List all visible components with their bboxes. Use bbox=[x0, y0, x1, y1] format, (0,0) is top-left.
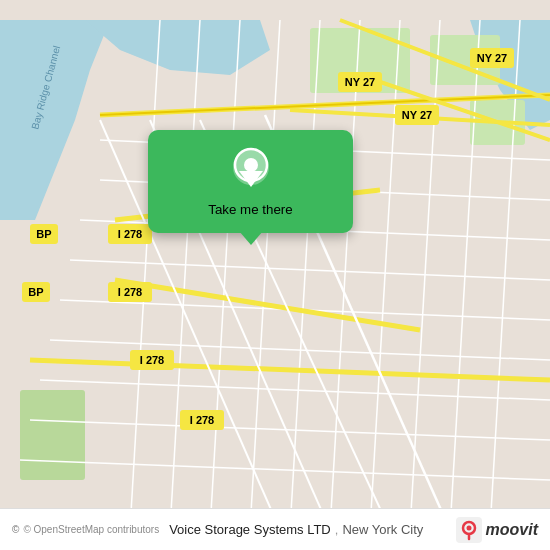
take-me-there-button[interactable]: Take me there bbox=[208, 202, 292, 217]
svg-text:BP: BP bbox=[36, 228, 51, 240]
location-icon-wrapper bbox=[227, 146, 275, 194]
svg-text:NY 27: NY 27 bbox=[402, 109, 432, 121]
place-name: Voice Storage Systems LTD bbox=[169, 522, 331, 537]
svg-text:I 278: I 278 bbox=[190, 414, 214, 426]
bottom-bar: © © OpenStreetMap contributors Voice Sto… bbox=[0, 508, 550, 550]
map-background: I 278 I 278 I 278 I 278 NY 27 NY 27 NY 2… bbox=[0, 0, 550, 550]
svg-text:I 278: I 278 bbox=[118, 286, 142, 298]
map-pin-icon bbox=[229, 145, 273, 195]
svg-text:BP: BP bbox=[28, 286, 43, 298]
svg-point-64 bbox=[244, 158, 258, 172]
city-name: New York City bbox=[342, 522, 423, 537]
svg-text:NY 27: NY 27 bbox=[345, 76, 375, 88]
svg-point-68 bbox=[466, 525, 471, 530]
popup-card[interactable]: Take me there bbox=[148, 130, 353, 233]
bottom-bar-left: © © OpenStreetMap contributors Voice Sto… bbox=[12, 522, 423, 537]
moovit-brand-text: moovit bbox=[486, 521, 538, 539]
copyright-symbol: © bbox=[12, 524, 19, 535]
svg-text:I 278: I 278 bbox=[118, 228, 142, 240]
svg-text:I 278: I 278 bbox=[140, 354, 164, 366]
svg-rect-10 bbox=[20, 390, 85, 480]
osm-attribution: © OpenStreetMap contributors bbox=[23, 524, 159, 535]
svg-text:NY 27: NY 27 bbox=[477, 52, 507, 64]
map-container: I 278 I 278 I 278 I 278 NY 27 NY 27 NY 2… bbox=[0, 0, 550, 550]
moovit-logo: moovit bbox=[456, 517, 538, 543]
separator: , bbox=[335, 522, 339, 537]
moovit-brand-icon bbox=[456, 517, 482, 543]
